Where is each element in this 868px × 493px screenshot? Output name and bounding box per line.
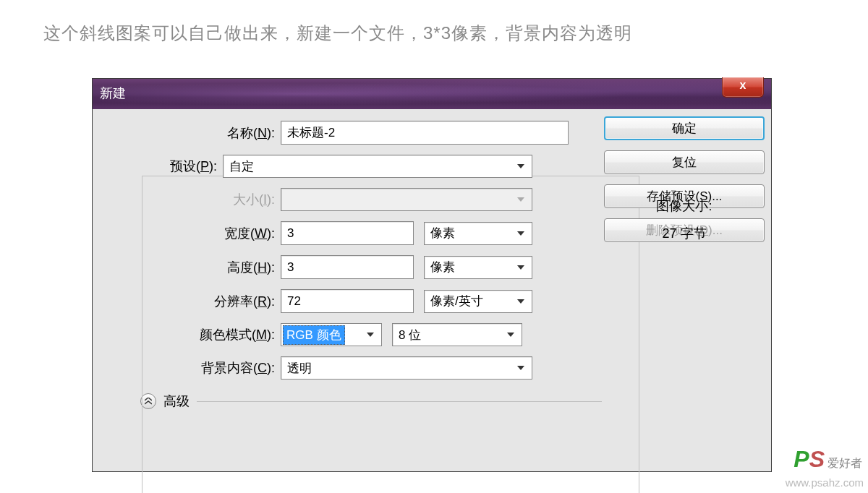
color-depth-select[interactable]: 8 位 xyxy=(392,323,522,346)
name-input[interactable] xyxy=(281,121,569,145)
width-unit-select[interactable]: 像素 xyxy=(424,222,532,245)
reset-button[interactable]: 复位 xyxy=(604,150,765,174)
background-value: 透明 xyxy=(287,360,312,377)
preset-label: 预设(P): xyxy=(64,158,223,175)
chevron-down-icon xyxy=(510,257,532,278)
dialog-titlebar[interactable]: 新建 x xyxy=(93,79,771,109)
color-mode-select[interactable]: RGB 颜色 xyxy=(281,323,382,346)
resolution-unit-value: 像素/英寸 xyxy=(430,293,483,309)
chevron-down-icon xyxy=(510,223,532,244)
chevron-down-icon xyxy=(510,189,532,210)
chevron-down-icon xyxy=(510,357,532,379)
site-logo: PS爱好者 xyxy=(793,446,862,473)
width-unit-value: 像素 xyxy=(430,225,455,241)
resolution-unit-select[interactable]: 像素/英寸 xyxy=(424,290,532,313)
height-unit-select[interactable]: 像素 xyxy=(424,256,532,279)
close-button[interactable]: x xyxy=(722,77,764,98)
image-size-label: 图像大小: xyxy=(604,197,765,215)
image-size-value: 27 字节 xyxy=(604,225,765,242)
chevron-down-icon xyxy=(510,155,532,177)
watermark-url: www.psahz.com xyxy=(786,476,864,489)
background-select[interactable]: 透明 xyxy=(281,356,532,380)
size-select xyxy=(281,188,532,211)
ok-button[interactable]: 确定 xyxy=(604,116,765,140)
dialog-body: 名称(N): 预设(P): 自定 大小(I): xyxy=(93,109,771,471)
page-caption: 这个斜线图案可以自己做出来，新建一个文件，3*3像素，背景内容为透明 xyxy=(43,22,632,45)
chevron-down-icon xyxy=(500,324,522,346)
name-label: 名称(N): xyxy=(122,124,281,142)
new-document-dialog: 新建 x 名称(N): 预设(P): 自定 xyxy=(92,78,772,472)
color-depth-value: 8 位 xyxy=(399,327,421,343)
chevron-down-icon xyxy=(510,291,532,312)
chevron-down-icon xyxy=(359,324,381,346)
height-unit-value: 像素 xyxy=(430,259,455,275)
color-mode-value: RGB 颜色 xyxy=(283,325,345,345)
preset-value: 自定 xyxy=(229,158,254,175)
dialog-title: 新建 xyxy=(100,85,126,102)
preset-select[interactable]: 自定 xyxy=(223,155,532,178)
